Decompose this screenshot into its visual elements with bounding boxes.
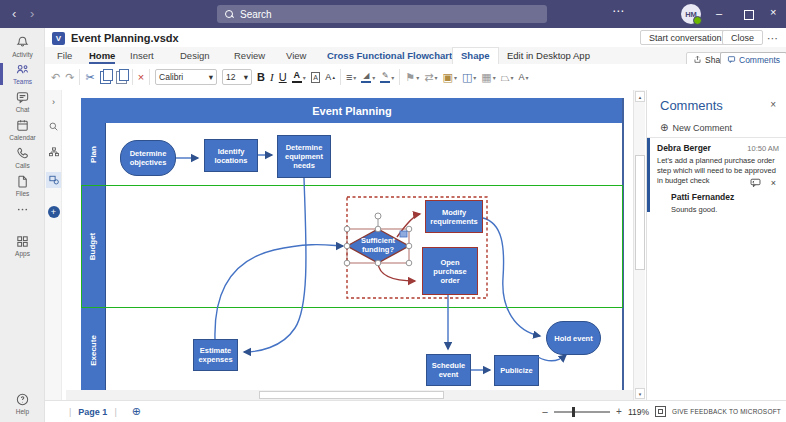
window-minimize-button[interactable]: – xyxy=(716,8,722,19)
sidebar-item-calendar[interactable]: Calendar xyxy=(0,116,45,143)
shape-modify-requirements[interactable]: Modify requirements xyxy=(425,200,483,233)
tab-design[interactable]: Design xyxy=(180,50,210,61)
undo-button[interactable]: ↶ xyxy=(51,71,60,84)
zoom-out-button[interactable]: − xyxy=(542,406,548,418)
underline-button[interactable]: U xyxy=(279,71,287,83)
font-name-select[interactable]: Calibri▾ xyxy=(155,69,217,85)
zoom-level[interactable]: 119% xyxy=(628,407,649,417)
flowchart-title-shape[interactable]: Event Planning xyxy=(81,98,623,123)
scroll-down-icon[interactable]: ▾ xyxy=(635,388,645,399)
horizontal-scroll-thumb[interactable] xyxy=(259,391,444,399)
vertical-scrollbar[interactable]: ▴ ▾ xyxy=(633,90,645,400)
text-warning-button[interactable]: A▾ xyxy=(519,72,529,82)
shape-identify-locations[interactable]: Identify locations xyxy=(204,139,258,172)
chevron-down-icon: ▾ xyxy=(473,74,476,81)
scroll-up-icon[interactable]: ▴ xyxy=(635,91,645,102)
text-block-icon: A xyxy=(311,72,321,83)
shape-determine-objectives[interactable]: Determine objectives xyxy=(120,140,176,176)
visio-file-icon: V xyxy=(52,32,65,45)
chevron-down-icon: ▾ xyxy=(209,72,213,82)
shapes-stencil-button[interactable] xyxy=(46,172,61,188)
sidebar-item-apps[interactable]: Apps xyxy=(0,232,45,259)
fill-color-button[interactable]: ◢ ▾ xyxy=(361,71,375,84)
file-more-options-icon[interactable]: ⋯ xyxy=(767,32,778,45)
avatar[interactable]: HM xyxy=(681,4,701,24)
window-maximize-button[interactable] xyxy=(744,10,754,20)
page-tab[interactable]: Page 1 xyxy=(78,407,107,417)
shape-determine-equipment-needs[interactable]: Determine equipment needs xyxy=(277,135,331,178)
search-input[interactable]: Search xyxy=(217,5,547,23)
copy-button[interactable] xyxy=(100,71,111,84)
help-icon xyxy=(15,392,30,407)
zoom-slider-thumb[interactable] xyxy=(572,407,575,417)
group-button[interactable]: ▦▾ xyxy=(481,71,495,84)
lane-header-plan[interactable]: Plan xyxy=(81,123,106,185)
nav-back-icon[interactable]: ‹ xyxy=(12,6,16,21)
italic-button[interactable]: I xyxy=(270,71,274,83)
nav-forward-icon[interactable]: › xyxy=(30,6,34,21)
container-button[interactable]: ◫▾ xyxy=(462,71,476,84)
arrange-button[interactable]: ⇄▾ xyxy=(424,71,437,84)
active-comment-indicator xyxy=(647,138,650,212)
sidebar-item-activity[interactable]: Activity xyxy=(0,33,45,60)
fit-to-window-icon[interactable] xyxy=(655,406,666,417)
align-text-button[interactable]: ≡▾ xyxy=(346,71,356,83)
sidebar-item-calls[interactable]: Calls xyxy=(0,144,45,171)
app-header: V Event Planning.vsdx Start conversation… xyxy=(45,28,786,90)
feedback-link[interactable]: GIVE FEEDBACK TO MICROSOFT xyxy=(672,408,781,415)
horizontal-scrollbar[interactable] xyxy=(66,390,633,400)
new-comment-button[interactable]: ⊕ New Comment xyxy=(660,122,732,133)
change-shape-button[interactable]: ▣▾ xyxy=(442,71,456,84)
sidebar-item-more[interactable] xyxy=(0,200,45,218)
add-page-button[interactable]: ⊕ xyxy=(132,405,141,418)
tab-review[interactable]: Review xyxy=(234,50,265,61)
sidebar-item-teams[interactable]: Teams xyxy=(0,60,45,87)
shape-estimate-expenses[interactable]: Estimate expenses xyxy=(193,339,238,371)
delete-comment-icon[interactable]: × xyxy=(771,178,776,188)
cut-button[interactable]: ✂ xyxy=(85,71,94,84)
font-size-select[interactable]: 12▾ xyxy=(222,69,252,85)
reply-icon[interactable] xyxy=(750,178,761,188)
tab-insert[interactable]: Insert xyxy=(130,50,154,61)
lane-header-budget[interactable]: Budget xyxy=(81,185,106,308)
edit-in-desktop-app-button[interactable]: Edit in Desktop App xyxy=(507,50,590,61)
text-block-button[interactable]: A xyxy=(311,72,321,83)
tab-view[interactable]: View xyxy=(286,50,306,61)
tab-shape[interactable]: Shape xyxy=(452,47,499,64)
tab-file[interactable]: File xyxy=(57,50,72,61)
shape-search-button[interactable] xyxy=(46,118,61,134)
tab-home[interactable]: Home xyxy=(89,50,115,64)
sidebar-item-files[interactable]: Files xyxy=(0,172,45,199)
bold-button[interactable]: B xyxy=(257,71,265,83)
start-conversation-button[interactable]: Start conversation xyxy=(640,30,731,45)
shape-open-purchase-order[interactable]: Open purchase order xyxy=(422,247,478,295)
lane-header-execute[interactable]: Execute xyxy=(81,308,106,392)
diagram-parts-button[interactable] xyxy=(46,144,61,160)
shape-hold-event[interactable]: Hold event xyxy=(546,321,601,355)
line-color-button[interactable]: ✎ ▾ xyxy=(380,71,394,84)
drawing-canvas[interactable]: Event Planning Plan Budget Execute Deter… xyxy=(62,90,645,400)
tab-cross-functional-flowchart[interactable]: Cross Functional Flowchart xyxy=(327,50,452,61)
close-comments-icon[interactable]: × xyxy=(770,99,776,110)
rotate-handle[interactable] xyxy=(375,213,381,219)
zoom-slider[interactable] xyxy=(554,411,610,413)
window-close-button[interactable]: × xyxy=(770,7,776,18)
shape-outline-button[interactable]: ⏢▾ xyxy=(501,71,514,84)
more-options-icon[interactable]: ⋯ xyxy=(612,4,625,18)
position-button[interactable]: ⚑▾ xyxy=(405,71,419,84)
comment-reply[interactable]: Patti Fernandez Sounds good. xyxy=(671,192,779,215)
paste-button[interactable] xyxy=(116,71,127,84)
add-shapes-button[interactable]: + xyxy=(46,204,61,220)
zoom-in-button[interactable]: + xyxy=(616,406,622,417)
shape-publicize[interactable]: Publicize xyxy=(494,355,539,386)
shape-schedule-event[interactable]: Schedule event xyxy=(426,354,471,386)
font-color-button[interactable]: A ▾ xyxy=(292,71,306,84)
vertical-scroll-thumb[interactable] xyxy=(635,155,645,270)
sidebar-item-chat[interactable]: Chat xyxy=(0,88,45,115)
close-file-button[interactable]: Close xyxy=(722,30,763,45)
sidebar-item-help[interactable]: Help xyxy=(0,390,45,417)
redo-button[interactable]: ↷ xyxy=(65,71,74,84)
grow-font-button[interactable]: A▴ xyxy=(325,72,335,82)
expand-panel-chevron[interactable]: › xyxy=(46,94,61,110)
delete-button[interactable]: × xyxy=(138,71,144,83)
